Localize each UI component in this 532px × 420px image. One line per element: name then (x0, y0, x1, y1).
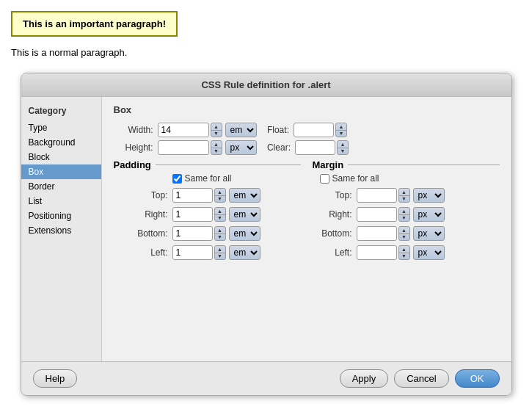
margin-right-spinner[interactable]: ▲▼ (398, 207, 410, 222)
padding-right-label: Right: (114, 209, 172, 220)
clear-input[interactable] (295, 140, 335, 155)
padding-right-row: Right: ▲▼ empx (114, 207, 301, 222)
dialog-body: Category Type Background Block Box Borde… (21, 97, 511, 361)
section-title: Box (114, 104, 500, 115)
margin-bottom-label: Bottom: (313, 228, 357, 239)
margin-bottom-spinner[interactable]: ▲▼ (398, 226, 410, 241)
css-rule-dialog: CSS Rule definition for .alert Category … (21, 73, 512, 396)
margin-section: Margin Same for all Top: ▲▼ (313, 159, 500, 264)
sidebar: Category Type Background Block Box Borde… (21, 97, 102, 361)
padding-top-input[interactable] (172, 188, 213, 203)
width-label: Width: (114, 125, 158, 135)
margin-same-label: Same for all (332, 173, 379, 184)
margin-left-row: Left: ▲▼ pxem (313, 245, 500, 260)
dialog-footer: Help Apply Cancel OK (21, 361, 511, 395)
margin-left-input[interactable] (357, 245, 397, 260)
padding-bottom-unit[interactable]: empx (229, 226, 260, 241)
padding-bottom-spinner[interactable]: ▲▼ (214, 226, 226, 241)
normal-paragraph: This is a normal paragraph. (11, 47, 521, 58)
sidebar-item-list[interactable]: List (21, 194, 101, 209)
sidebar-item-background[interactable]: Background (21, 135, 101, 150)
padding-left-label: Left: (114, 247, 172, 258)
padding-same-row: Same for all (172, 173, 301, 184)
padding-header: Padding (114, 159, 301, 170)
margin-right-input[interactable] (357, 207, 397, 222)
padding-left-unit[interactable]: empx (229, 245, 260, 260)
height-input[interactable] (158, 140, 209, 155)
footer-right-buttons: Apply Cancel OK (340, 369, 500, 388)
margin-top-spinner[interactable]: ▲▼ (398, 188, 410, 203)
padding-right-spinner[interactable]: ▲▼ (214, 207, 226, 222)
margin-left-label: Left: (313, 247, 357, 258)
margin-bottom-input[interactable] (357, 226, 397, 241)
padding-divider (156, 164, 301, 165)
margin-right-row: Right: ▲▼ pxem (313, 207, 500, 222)
float-spinner[interactable]: ▲▼ (335, 123, 347, 137)
padding-right-input[interactable] (172, 207, 213, 222)
margin-left-spinner[interactable]: ▲▼ (398, 245, 410, 260)
content-area: Box Width: ▲▼ empx% Float: ▲▼ He (102, 97, 511, 361)
padding-top-unit[interactable]: empx (229, 188, 260, 203)
padding-top-row: Top: ▲▼ empx (114, 188, 301, 203)
margin-left-unit[interactable]: pxem (413, 245, 445, 260)
margin-divider (348, 164, 499, 165)
margin-top-row: Top: ▲▼ pxem (313, 188, 500, 203)
apply-button[interactable]: Apply (340, 369, 389, 388)
margin-right-label: Right: (313, 209, 357, 220)
sidebar-item-block[interactable]: Block (21, 150, 101, 164)
width-spinner[interactable]: ▲▼ (211, 123, 222, 137)
help-button[interactable]: Help (33, 369, 78, 388)
padding-bottom-row: Bottom: ▲▼ empx (114, 226, 301, 241)
width-unit-select[interactable]: empx% (225, 123, 257, 137)
padding-top-label: Top: (114, 190, 172, 200)
padding-same-checkbox[interactable] (172, 174, 182, 184)
ok-button[interactable]: OK (455, 369, 500, 388)
height-spinner[interactable]: ▲▼ (211, 140, 222, 155)
padding-margin-container: Padding Same for all Top: ▲▼ (114, 159, 500, 264)
height-label: Height: (114, 142, 158, 153)
margin-bottom-row: Bottom: ▲▼ pxem (313, 226, 500, 241)
padding-section: Padding Same for all Top: ▲▼ (114, 159, 301, 264)
sidebar-item-positioning[interactable]: Positioning (21, 209, 101, 223)
height-unit-select[interactable]: pxem% (225, 140, 257, 155)
dialog-container: CSS Rule definition for .alert Category … (21, 73, 512, 396)
sidebar-header: Category (21, 103, 101, 120)
padding-left-input[interactable] (172, 245, 213, 260)
important-paragraph: This is an important paragraph! (11, 11, 178, 37)
margin-same-row: Same for all (320, 173, 500, 184)
padding-bottom-input[interactable] (172, 226, 213, 241)
margin-top-unit[interactable]: pxem (413, 188, 445, 203)
sidebar-item-type[interactable]: Type (21, 120, 101, 135)
float-input[interactable] (294, 123, 334, 137)
margin-bottom-unit[interactable]: pxem (413, 226, 445, 241)
clear-spinner[interactable]: ▲▼ (337, 140, 349, 155)
dialog-titlebar: CSS Rule definition for .alert (21, 73, 511, 97)
padding-left-spinner[interactable]: ▲▼ (214, 245, 226, 260)
width-input[interactable] (158, 123, 209, 137)
sidebar-item-border[interactable]: Border (21, 179, 101, 194)
height-row: Height: ▲▼ pxem% Clear: ▲▼ (114, 140, 500, 155)
margin-top-label: Top: (313, 190, 357, 200)
sidebar-item-box[interactable]: Box (21, 164, 101, 179)
margin-right-unit[interactable]: pxem (413, 207, 445, 222)
padding-label: Padding (114, 159, 151, 170)
padding-same-label: Same for all (185, 173, 232, 184)
width-row: Width: ▲▼ empx% Float: ▲▼ (114, 123, 500, 137)
margin-same-checkbox[interactable] (320, 174, 329, 184)
sidebar-item-extensions[interactable]: Extensions (21, 223, 101, 238)
float-label: Float: (267, 125, 294, 135)
padding-left-row: Left: ▲▼ empx (114, 245, 301, 260)
clear-label: Clear: (267, 142, 295, 153)
margin-top-input[interactable] (357, 188, 397, 203)
margin-label: Margin (313, 159, 344, 170)
cancel-button[interactable]: Cancel (394, 369, 448, 388)
padding-top-spinner[interactable]: ▲▼ (214, 188, 226, 203)
padding-right-unit[interactable]: empx (229, 207, 260, 222)
margin-header: Margin (313, 159, 500, 170)
padding-bottom-label: Bottom: (114, 228, 172, 239)
